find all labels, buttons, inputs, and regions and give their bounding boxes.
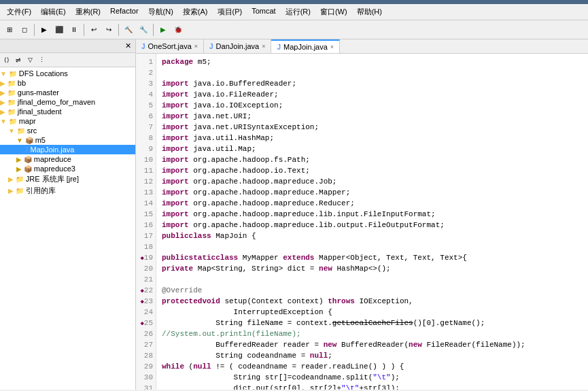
line-number-26: 26 bbox=[139, 328, 153, 339]
line-numbers: 123456789101112131415161718◆192021◆22◆23… bbox=[136, 54, 156, 390]
code-line-29: while (null != ( codeandname = reader.re… bbox=[162, 361, 583, 372]
sidebar-toolbar: ⟨⟩ ⇌ ▽ ⋮ bbox=[0, 53, 135, 67]
line-number-25: ◆25 bbox=[139, 318, 153, 328]
tree-item-----[interactable]: ▶ 📁引用的库 bbox=[0, 185, 135, 197]
toolbar-run[interactable]: ▶ bbox=[156, 23, 170, 37]
folder-icon: ▼ 📁 bbox=[8, 127, 25, 135]
code-line-19: public static class MyMapper extends Map… bbox=[162, 252, 583, 263]
tree-item-JRE------jre-[interactable]: ▶ 📁JRE 系统库 [jre] bbox=[0, 173, 135, 185]
toolbar-btn-7[interactable]: ↪ bbox=[102, 23, 116, 37]
tree-item-bb[interactable]: ▶ 📁bb bbox=[0, 78, 135, 88]
menu-item-A[interactable]: 搜索(A) bbox=[179, 5, 212, 18]
sidebar-filter-btn[interactable]: ▽ bbox=[24, 54, 35, 65]
menu-item-Refactor[interactable]: Refactor bbox=[106, 5, 143, 18]
tab-close-btn[interactable]: × bbox=[262, 43, 265, 50]
package-icon: ▶ 📦 bbox=[16, 165, 32, 173]
toolbar-btn-2[interactable]: ◻ bbox=[18, 23, 31, 37]
tree-item-label: jfinal_demo_for_maven bbox=[18, 98, 95, 106]
line-number-22: ◆22 bbox=[139, 285, 153, 296]
sidebar-close[interactable]: ✕ bbox=[125, 41, 131, 50]
toolbar-debug[interactable]: 🐞 bbox=[171, 23, 185, 37]
folder-icon: ▶ 📁 bbox=[0, 80, 16, 87]
line-number-15: 15 bbox=[139, 209, 153, 220]
sidebar: ✕ ⟨⟩ ⇌ ▽ ⋮ ▼ 📁DFS Locations▶ 📁bb▶ 📁guns-… bbox=[0, 39, 136, 390]
menu-item-R[interactable]: 运行(R) bbox=[281, 5, 315, 18]
code-line-2 bbox=[162, 67, 583, 78]
code-line-27: BufferedReader reader = new BufferedRead… bbox=[162, 339, 583, 350]
sidebar-collapse-btn[interactable]: ⟨⟩ bbox=[1, 54, 12, 65]
code-editor[interactable]: 123456789101112131415161718◆192021◆22◆23… bbox=[136, 54, 588, 390]
toolbar-btn-5[interactable]: ⏸ bbox=[67, 23, 81, 37]
folder-icon: ▼ 📁 bbox=[0, 118, 17, 125]
tree-item-jfinal-demo-for-maven[interactable]: ▶ 📁jfinal_demo_for_maven bbox=[0, 97, 135, 107]
toolbar-btn-8[interactable]: 🔨 bbox=[122, 23, 135, 37]
line-number-21: 21 bbox=[139, 274, 153, 285]
file-tree: ▼ 📁DFS Locations▶ 📁bb▶ 📁guns-master▶ 📁jf… bbox=[0, 67, 135, 390]
toolbar-btn-9[interactable]: 🔧 bbox=[137, 23, 150, 37]
menu-item-P[interactable]: 项目(P) bbox=[213, 5, 247, 18]
toolbar-btn-1[interactable]: ⊞ bbox=[3, 23, 16, 37]
code-line-6: import java.net.URI; bbox=[162, 111, 583, 122]
editor-tab-OneSortjava[interactable]: JOneSort.java× bbox=[136, 39, 204, 53]
tree-item-label: bb bbox=[18, 79, 26, 87]
menu-item-Tomcat[interactable]: Tomcat bbox=[247, 5, 279, 18]
sidebar-link-btn[interactable]: ⇌ bbox=[13, 54, 24, 65]
tab-close-btn[interactable]: × bbox=[194, 43, 198, 50]
tab-file-icon: J bbox=[141, 43, 145, 50]
tree-item-jfinal-student[interactable]: ▶ 📁jfinal_student bbox=[0, 107, 135, 116]
line-number-23: ◆23 bbox=[139, 296, 153, 307]
code-line-24: InterruptedException { bbox=[162, 307, 583, 318]
code-line-5: import java.io.IOException; bbox=[162, 100, 583, 111]
code-line-15: import org.apache.hadoop.mapreduce.lib.i… bbox=[162, 209, 583, 220]
line-number-29: 29 bbox=[139, 361, 153, 372]
tab-label: DanJoin.java bbox=[216, 42, 260, 50]
tree-item-label: src bbox=[27, 126, 37, 135]
tree-item-guns-master[interactable]: ▶ 📁guns-master bbox=[0, 88, 135, 97]
editor-tab-DanJoinjava[interactable]: JDanJoin.java× bbox=[204, 39, 271, 53]
sidebar-more-btn[interactable]: ⋮ bbox=[36, 54, 47, 65]
line-number-31: 31 bbox=[139, 383, 153, 390]
tab-close-btn[interactable]: × bbox=[330, 44, 334, 50]
tab-label: MapJoin.java bbox=[283, 43, 328, 51]
tree-item-m5[interactable]: ▼ 📦m5 bbox=[0, 135, 135, 145]
sidebar-header: ✕ bbox=[0, 39, 135, 53]
toolbar-separator-4 bbox=[153, 24, 154, 36]
menu-item-H[interactable]: 帮助(H) bbox=[353, 5, 386, 18]
editor-tab-MapJoinjava[interactable]: JMapJoin.java× bbox=[271, 39, 340, 53]
main-container: ✕ ⟨⟩ ⇌ ▽ ⋮ ▼ 📁DFS Locations▶ 📁bb▶ 📁guns-… bbox=[0, 39, 588, 390]
tree-item-DFS-Locations[interactable]: ▼ 📁DFS Locations bbox=[0, 69, 135, 78]
tree-item-mapreduce3[interactable]: ▶ 📦mapreduce3 bbox=[0, 164, 135, 173]
toolbar-btn-3[interactable]: ▶ bbox=[37, 23, 51, 37]
tree-item-mapr[interactable]: ▼ 📁mapr bbox=[0, 116, 135, 126]
line-number-3: 3 bbox=[139, 78, 153, 89]
tab-file-icon: J bbox=[209, 43, 213, 50]
menu-item-N[interactable]: 导航(N) bbox=[144, 5, 177, 18]
menu-item-R[interactable]: 重构(R) bbox=[71, 5, 105, 18]
line-number-16: 16 bbox=[139, 220, 153, 231]
line-number-17: 17 bbox=[139, 231, 153, 241]
menu-item-F[interactable]: 文件(F) bbox=[3, 5, 35, 18]
code-line-1: package m5; bbox=[162, 56, 583, 67]
line-number-4: 4 bbox=[139, 89, 153, 100]
tree-item-mapreduce[interactable]: ▶ 📦mapreduce bbox=[0, 154, 135, 164]
java-file-icon: J bbox=[24, 146, 29, 154]
editor-area: JOneSort.java×JDanJoin.java×JMapJoin.jav… bbox=[136, 39, 588, 390]
line-number-14: 14 bbox=[139, 198, 153, 209]
menu-item-W[interactable]: 窗口(W) bbox=[316, 5, 351, 18]
code-line-20: private Map<String, String> dict = new H… bbox=[162, 263, 583, 274]
code-line-4: import java.io.FileReader; bbox=[162, 89, 583, 100]
line-number-1: 1 bbox=[139, 56, 153, 67]
toolbar-btn-6[interactable]: ↩ bbox=[87, 23, 101, 37]
toolbar-btn-4[interactable]: ⬛ bbox=[52, 23, 66, 37]
folder-icon: ▶ 📁 bbox=[8, 175, 24, 183]
tree-item-label: JRE 系统库 [jre] bbox=[26, 174, 79, 184]
code-content[interactable]: package m5;import java.io.BufferedReader… bbox=[156, 54, 588, 390]
line-number-11: 11 bbox=[139, 165, 153, 176]
tree-item-src[interactable]: ▼ 📁src bbox=[0, 126, 135, 135]
tree-item-MapJoin-java[interactable]: JMapJoin.java bbox=[0, 145, 135, 154]
code-line-10: import org.apache.hadoop.fs.Path; bbox=[162, 154, 583, 165]
line-number-24: 24 bbox=[139, 307, 153, 318]
tree-item-label: MapJoin.java bbox=[31, 146, 75, 154]
tree-item-label: guns-master bbox=[18, 88, 59, 97]
menu-item-E[interactable]: 编辑(E) bbox=[37, 5, 70, 18]
